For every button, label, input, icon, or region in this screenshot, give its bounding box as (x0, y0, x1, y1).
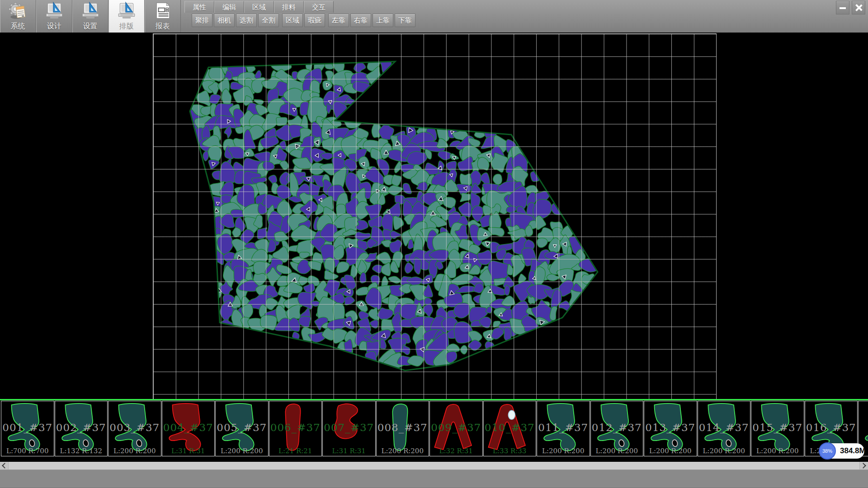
piece-name-label: 007_#37 (323, 422, 375, 433)
main-toolbar-button-design-ruler[interactable]: 设计 (36, 0, 72, 33)
piece-count-label: L:200 R:200 (644, 447, 697, 455)
design-ruler-icon (44, 1, 65, 22)
piece-count-label: L:200 R:200 (698, 447, 750, 455)
layout-ruler-icon (116, 1, 137, 22)
piece-thumbnail-6[interactable]: 006_#37L:21 R:21 (269, 401, 322, 456)
piece-name-label: 014_#37 (698, 422, 750, 433)
tool-button-bar: 聚排相机选割全割区域瑕疵左靠右靠上靠下靠 (192, 14, 415, 27)
piece-thumbnail-list: 001_#37L:700 R:700002_#37L:132 R:132003_… (0, 400, 868, 458)
piece-hole (508, 410, 515, 419)
piece-thumbnail-10[interactable]: 010_#37L:33 R:33 (483, 401, 537, 456)
piece-thumbnail-15[interactable]: 015_#37L:200 R:200 (751, 401, 804, 456)
piece-count-label: L:32 R:31 (430, 447, 482, 455)
tool-button-10[interactable]: 下靠 (395, 14, 415, 27)
close-button[interactable] (852, 1, 865, 14)
piece-thumbnail-13[interactable]: 013_#37L:200 R:200 (644, 401, 697, 456)
main-toolbar: 系统 设计 设置 排版 报表 (0, 0, 181, 33)
piece-thumbnail-3[interactable]: 003_#37L:200 R:200 (108, 401, 161, 456)
piece-count-label: L:200 R:200 (751, 447, 804, 455)
nesting-canvas[interactable] (0, 33, 868, 400)
piece-name-label: 002_#37 (55, 422, 108, 433)
chevron-right-icon (860, 463, 866, 469)
piece-name-label: 001_#37 (1, 422, 54, 433)
system-gear-icon (8, 1, 28, 22)
piece-count-label: L:31 R:31 (162, 447, 215, 455)
main-toolbar-button-label: 设计 (36, 22, 72, 30)
main-toolbar-button-label: 排版 (108, 22, 144, 30)
tool-button-5[interactable]: 区域 (282, 14, 303, 27)
main-toolbar-button-label: 报表 (145, 22, 180, 30)
piece-count-label: L:200 R:200 (377, 447, 429, 455)
tool-button-9[interactable]: 上靠 (373, 14, 393, 27)
piece-count-label: L:33 R:33 (484, 447, 536, 455)
piece-count-label: L:31 R:31 (323, 447, 375, 455)
piece-count-label: L:200 R:200 (216, 447, 268, 455)
piece-count-label: L:200 R:200 (108, 447, 161, 455)
piece-thumbnail-12[interactable]: 012_#37L:200 R:200 (590, 401, 644, 456)
piece-thumbnail-9[interactable]: 009_#37L:32 R:31 (429, 401, 483, 456)
piece-name-label: 003_#37 (108, 422, 161, 433)
nesting-app-window: 系统 设计 设置 排版 报表 属性编辑区域排料交互 聚排相机选割全割区域瑕疵左靠… (0, 0, 868, 488)
tool-button-2[interactable]: 相机 (214, 14, 235, 27)
nested-hide-graphic (0, 33, 868, 400)
tool-button-7[interactable]: 左靠 (328, 14, 349, 27)
report-document-icon (152, 1, 173, 22)
piece-thumbnail-strip: 001_#37L:700 R:700002_#37L:132 R:132003_… (0, 399, 868, 458)
minimize-icon (840, 7, 846, 9)
main-toolbar-button-report-document[interactable]: 报表 (145, 0, 181, 33)
piece-name-label: 009_#37 (430, 422, 482, 433)
menu-tab-4[interactable]: 排料 (274, 1, 304, 13)
piece-thumbnail-5[interactable]: 005_#37L:200 R:200 (215, 401, 269, 456)
piece-name-label: 013_#37 (644, 422, 697, 433)
piece-count-label: L:200 R:200 (591, 447, 643, 455)
main-toolbar-button-label: 设置 (72, 22, 108, 30)
tool-button-6[interactable]: 瑕疵 (304, 14, 325, 27)
piece-name-label: 015_#37 (751, 422, 804, 433)
piece-name-label: 008_#37 (377, 422, 429, 433)
piece-thumbnail-8[interactable]: 008_#37L:200 R:200 (376, 401, 429, 456)
top-toolbar: 系统 设计 设置 排版 报表 属性编辑区域排料交互 聚排相机选割全割区域瑕疵左靠… (0, 0, 868, 33)
progress-percent-circle: 38% (819, 442, 836, 460)
tool-button-8[interactable]: 右靠 (350, 14, 371, 27)
main-toolbar-button-system-gear[interactable]: 系统 (0, 0, 36, 33)
piece-count-label: L:200 R:200 (537, 447, 590, 455)
main-toolbar-button-layout-ruler[interactable]: 排版 (108, 0, 145, 33)
piece-count-label: L:21 R:21 (269, 447, 322, 455)
piece-thumbnail-7[interactable]: 007_#37L:31 R:31 (322, 401, 376, 456)
piece-thumbnail-2[interactable]: 002_#37L:132 R:132 (55, 401, 108, 456)
menu-tab-1[interactable]: 属性 (184, 1, 214, 13)
settings-ruler-icon (80, 1, 101, 22)
piece-thumbnail-1[interactable]: 001_#37L:700 R:700 (1, 401, 54, 456)
menu-tab-3[interactable]: 区域 (244, 1, 274, 13)
status-bar (0, 469, 868, 488)
piece-name-label: 016_#37 (805, 422, 858, 433)
tool-button-3[interactable]: 选割 (236, 14, 257, 27)
minimize-button[interactable] (836, 1, 849, 14)
chevron-left-icon (2, 463, 8, 469)
memory-value: 384.8M (840, 443, 866, 459)
menu-tab-2[interactable]: 编辑 (214, 1, 244, 13)
menu-tab-bar: 属性编辑区域排料交互 (184, 1, 334, 12)
piece-name-label: 012_#37 (591, 422, 643, 433)
memory-usage-badge: 38% 384.8M (819, 443, 864, 459)
piece-name-label: 011_#37 (537, 422, 590, 433)
piece-thumbnail-11[interactable]: 011_#37L:200 R:200 (537, 401, 590, 456)
piece-thumbnail-14[interactable]: 014_#37L:200 R:200 (698, 401, 751, 456)
piece-name-label: 005_#37 (216, 422, 268, 433)
main-toolbar-button-settings-ruler[interactable]: 设置 (72, 0, 108, 33)
menu-tab-5[interactable]: 交互 (304, 1, 334, 13)
tool-button-4[interactable]: 全割 (258, 14, 279, 27)
main-toolbar-button-label: 系统 (0, 22, 36, 30)
piece-thumbnail-4[interactable]: 004_#37L:31 R:31 (162, 401, 215, 456)
horizontal-scrollbar[interactable] (0, 462, 868, 469)
scroll-left-button[interactable] (0, 462, 9, 469)
piece-name-label: 006_#37 (269, 422, 322, 433)
window-controls (836, 1, 865, 14)
piece-count-label: L:700 R:700 (1, 447, 54, 455)
tool-button-1[interactable]: 聚排 (192, 14, 212, 27)
piece-name-label: 004_#37 (162, 422, 215, 433)
piece-name-label: 010_#37 (484, 422, 536, 433)
piece-count-label: L:132 R:132 (55, 447, 108, 455)
nested-pieces (183, 55, 601, 370)
scroll-right-button[interactable] (859, 462, 868, 469)
